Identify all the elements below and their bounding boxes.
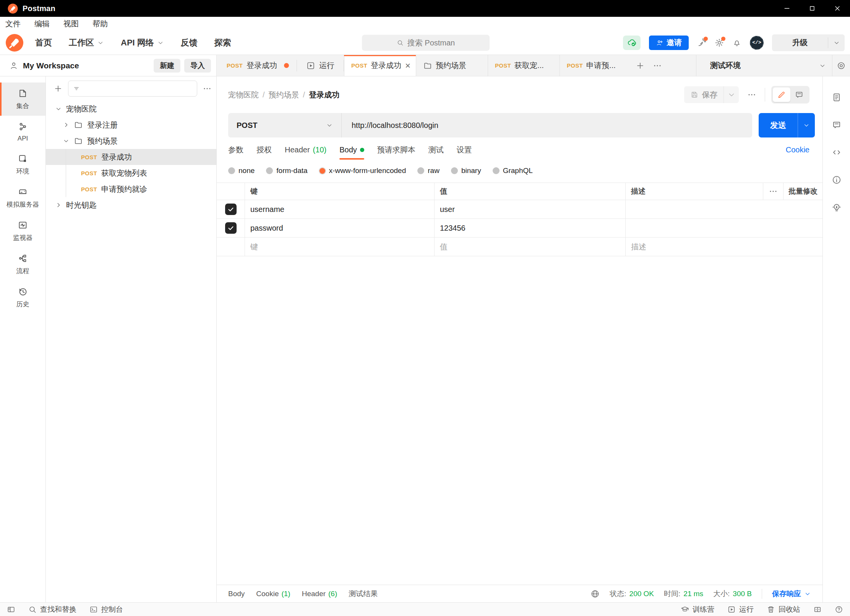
table-more-button[interactable]	[763, 183, 783, 200]
menu-item-3[interactable]: 帮助	[92, 19, 108, 29]
minimize-button[interactable]	[774, 0, 800, 17]
rail-item-6[interactable]: 历史	[0, 281, 45, 314]
workspace-title[interactable]: My Workspace	[23, 61, 79, 70]
avatar[interactable]: </>	[750, 36, 764, 50]
new-tab-button[interactable]	[631, 55, 649, 76]
body-type-2[interactable]: x-www-form-urlencoded	[319, 167, 406, 175]
description-cell[interactable]	[625, 219, 822, 237]
breadcrumb-folder[interactable]: 预约场景	[269, 90, 299, 100]
code-snippet-button[interactable]	[831, 147, 842, 157]
filter-input[interactable]	[83, 85, 192, 93]
menu-item-0[interactable]: 文件	[5, 19, 21, 29]
save-options-button[interactable]	[723, 86, 739, 103]
nav-item-2[interactable]: API 网络	[121, 37, 164, 49]
description-cell[interactable]	[625, 200, 822, 218]
close-button[interactable]	[825, 0, 850, 17]
response-tab-1[interactable]: Cookie(1)	[256, 590, 290, 598]
send-options-button[interactable]	[798, 113, 815, 137]
panes-layout-button[interactable]	[813, 605, 822, 614]
new-button[interactable]: 新建	[154, 59, 180, 73]
rail-item-4[interactable]: 监视器	[0, 214, 45, 247]
url-input[interactable]	[352, 121, 742, 130]
pinned-request[interactable]: POST 登录成功	[217, 55, 297, 76]
tree-item-4[interactable]: POST获取宠物列表	[46, 165, 216, 181]
nav-item-4[interactable]: 探索	[214, 37, 231, 49]
response-tab-0[interactable]: Body	[228, 590, 245, 598]
invite-button[interactable]: 邀请	[649, 36, 689, 50]
value-placeholder-cell[interactable]: 值	[434, 238, 625, 256]
body-type-1[interactable]: form-data	[266, 167, 307, 175]
key-cell[interactable]: username	[245, 200, 434, 218]
tree-item-5[interactable]: POST申请预约就诊	[46, 181, 216, 197]
request-tab-1[interactable]: 授权	[256, 137, 272, 162]
info-button[interactable]	[831, 175, 842, 185]
method-select[interactable]: POST	[228, 113, 342, 137]
import-button[interactable]: 导入	[184, 59, 211, 73]
find-replace-button[interactable]: 查找和替换	[28, 605, 76, 614]
tab-0[interactable]: POST登录成功×	[344, 55, 416, 76]
postman-logo-icon[interactable]	[5, 34, 24, 52]
upgrade-button[interactable]: 升级	[772, 34, 845, 51]
description-placeholder-cell[interactable]: 描述	[625, 238, 822, 256]
filter-box[interactable]	[68, 81, 197, 97]
body-type-4[interactable]: binary	[451, 167, 481, 175]
tab-options-button[interactable]	[649, 55, 666, 76]
tab-2[interactable]: POST获取宠...	[488, 55, 560, 76]
bulk-edit-button[interactable]: 批量修改	[783, 183, 822, 200]
tips-button[interactable]	[831, 202, 842, 212]
body-type-3[interactable]: raw	[417, 167, 440, 175]
save-button[interactable]: 保存	[684, 86, 739, 103]
collections-more-button[interactable]	[203, 84, 212, 93]
menu-item-2[interactable]: 视图	[63, 19, 79, 29]
rail-item-2[interactable]: 环境	[0, 148, 45, 181]
save-response-button[interactable]: 保存响应	[772, 589, 811, 599]
maximize-button[interactable]	[800, 0, 825, 17]
tree-item-0[interactable]: 宠物医院	[46, 101, 216, 117]
value-cell[interactable]: user	[434, 200, 625, 218]
toggle-sidebar-button[interactable]	[7, 605, 15, 614]
rail-item-5[interactable]: 流程	[0, 247, 45, 281]
trash-button[interactable]: 回收站	[767, 605, 800, 614]
notifications-button[interactable]	[732, 38, 741, 47]
close-tab-icon[interactable]: ×	[405, 61, 410, 70]
breadcrumb-collection[interactable]: 宠物医院	[228, 90, 259, 100]
add-collection-button[interactable]	[54, 84, 63, 93]
run-collection-button[interactable]: 运行	[297, 55, 344, 76]
checkbox[interactable]	[225, 222, 237, 234]
key-placeholder-cell[interactable]: 键	[245, 238, 434, 256]
upgrade-chevron[interactable]	[828, 37, 845, 48]
menu-item-1[interactable]: 编辑	[34, 19, 50, 29]
cookie-link[interactable]: Cookie	[786, 146, 809, 154]
runner-button[interactable]: 运行	[727, 605, 754, 614]
checkbox[interactable]	[225, 204, 237, 215]
tab-1[interactable]: 预约场景	[416, 55, 488, 76]
tree-item-2[interactable]: 预约场景	[46, 133, 216, 149]
tab-3[interactable]: POST申请预...	[560, 55, 631, 76]
nav-item-1[interactable]: 工作区	[69, 37, 104, 49]
comment-mode-button[interactable]	[790, 87, 808, 102]
environment-selector[interactable]: 测试环境	[696, 55, 832, 76]
rail-item-0[interactable]: 集合	[0, 82, 45, 116]
body-type-0[interactable]: none	[228, 167, 255, 175]
response-tab-2[interactable]: Header(6)	[302, 590, 337, 598]
documentation-button[interactable]	[831, 92, 842, 102]
tree-item-1[interactable]: 登录注册	[46, 117, 216, 133]
response-tab-3[interactable]: 测试结果	[349, 589, 378, 599]
request-tab-5[interactable]: 测试	[428, 137, 444, 162]
nav-item-3[interactable]: 反馈	[181, 37, 198, 49]
key-cell[interactable]: password	[245, 219, 434, 237]
sync-status-button[interactable]	[623, 36, 641, 50]
announcements-button[interactable]	[697, 38, 706, 47]
rail-item-3[interactable]: 模拟服务器	[0, 181, 45, 214]
console-button[interactable]: 控制台	[89, 605, 123, 614]
rail-item-1[interactable]: API	[0, 116, 45, 148]
nav-item-0[interactable]: 首页	[35, 37, 52, 49]
tree-item-3[interactable]: POST登录成功	[46, 149, 216, 165]
search-input[interactable]: 搜索 Postman	[362, 35, 490, 51]
request-tab-4[interactable]: 预请求脚本	[377, 137, 415, 162]
request-tab-6[interactable]: 设置	[457, 137, 472, 162]
environment-quick-look-button[interactable]	[832, 55, 850, 76]
request-tab-0[interactable]: 参数	[228, 137, 243, 162]
request-tab-2[interactable]: Header(10)	[285, 137, 326, 162]
bootcamp-button[interactable]: 训练营	[681, 605, 714, 614]
